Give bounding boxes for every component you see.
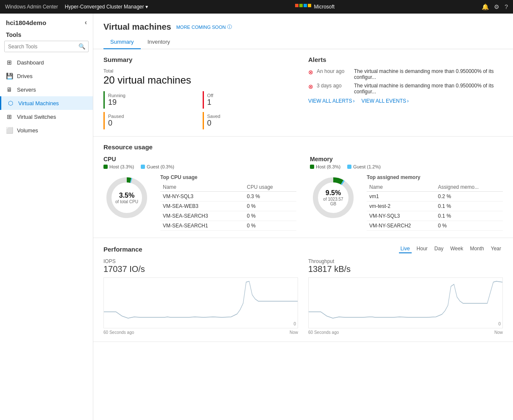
vm-stat-off: Off 1 — [203, 91, 298, 109]
sidebar-item-virtual-switches[interactable]: ⊞ Virtual Switches — [0, 110, 93, 123]
main-content: Virtual machines MORE COMING SOON ⓘ Summ… — [93, 14, 513, 420]
chevron-right-icon: › — [353, 98, 354, 104]
table-row: VM-NY-SQL30.1 % — [367, 211, 503, 221]
vm-stat-paused: Paused 0 — [103, 112, 199, 129]
sidebar-header: hci1804demo ‹ — [0, 14, 93, 30]
resource-usage-section: Resource usage CPU Host (3.3%) Guest (0.… — [93, 137, 513, 238]
memory-host-legend: Host (8.3%) — [310, 164, 340, 169]
table-row: VM-SEA-WEB30 % — [160, 202, 296, 211]
vm-stat-running: Running 19 — [103, 91, 199, 109]
servers-icon: 🖥 — [6, 86, 13, 93]
chart-start-iops: 60 Seconds ago — [103, 330, 134, 335]
vm-stat-running-value: 19 — [108, 98, 196, 107]
throughput-label: Throughput — [308, 258, 503, 264]
alert-item-1: ⊗ An hour ago The virtual machine is dem… — [308, 68, 503, 80]
iops-chart-axis: 60 Seconds ago Now — [103, 330, 298, 335]
memory-guest-label: Guest (1.2%) — [353, 164, 381, 169]
memory-title: Memory — [310, 156, 503, 162]
sidebar-collapse-button[interactable]: ‹ — [85, 19, 87, 26]
alerts-block: Alerts ⊗ An hour ago The virtual machine… — [308, 56, 503, 129]
main-tabs: Summary Inventory — [93, 35, 513, 49]
perf-tab-day[interactable]: Day — [433, 245, 445, 253]
switches-icon: ⊞ — [6, 113, 13, 120]
search-button[interactable]: 🔍 — [75, 41, 89, 52]
search-box: 🔍 — [4, 41, 89, 52]
perf-tab-live[interactable]: Live — [399, 245, 412, 253]
performance-section: Performance Live Hour Day Week Month Yea… — [93, 238, 513, 342]
notification-icon[interactable]: 🔔 — [482, 3, 489, 10]
cpu-guest-legend: Guest (0.3%) — [141, 164, 174, 169]
tab-inventory[interactable]: Inventory — [141, 35, 177, 49]
chart-end-iops: Now — [290, 330, 298, 335]
cpu-table-title: Top CPU usage — [160, 174, 296, 180]
summary-section: Summary Total 20 virtual machines Runnin… — [93, 49, 513, 137]
cpu-title: CPU — [103, 156, 296, 162]
table-row: VM-NY-SQL30.3 % — [160, 192, 296, 202]
cpu-content: 3.5% of total CPU Top CPU usage Name C — [103, 174, 296, 231]
sidebar-item-volumes[interactable]: ⬜ Volumes — [0, 123, 93, 137]
alert-time-1: An hour ago — [317, 68, 351, 74]
perf-tab-week[interactable]: Week — [449, 245, 465, 253]
sidebar-item-drives[interactable]: 💾 Drives — [0, 69, 93, 83]
view-all-alerts-label: VIEW ALL ALERTS — [308, 98, 352, 104]
cpu-block: CPU Host (3.3%) Guest (0.3%) — [103, 156, 296, 231]
alert-error-icon-1: ⊗ — [308, 69, 313, 76]
chart-start-throughput: 60 Seconds ago — [308, 330, 339, 335]
page-header: Virtual machines MORE COMING SOON ⓘ — [93, 14, 513, 32]
perf-tab-hour[interactable]: Hour — [415, 245, 429, 253]
search-input[interactable] — [5, 42, 75, 52]
cpu-col-name: Name — [160, 183, 244, 192]
iops-chart-block: IOPS 17037 IO/s 0 60 Seconds ago Now — [103, 258, 298, 335]
tab-summary[interactable]: Summary — [103, 35, 141, 49]
cpu-pct: 3.5% — [115, 192, 138, 199]
perf-tab-year[interactable]: Year — [489, 245, 503, 253]
sidebar-item-label: Dashboard — [17, 59, 44, 66]
summary-alerts-grid: Summary Total 20 virtual machines Runnin… — [103, 56, 503, 129]
chart-zero-iops: 0 — [293, 322, 296, 326]
vm-stat-running-label: Running — [108, 93, 196, 98]
help-icon[interactable]: ? — [505, 3, 508, 10]
perf-tab-month[interactable]: Month — [468, 245, 485, 253]
vm-stat-saved-value: 0 — [207, 119, 295, 128]
memory-guest-legend: Guest (1.2%) — [347, 164, 381, 169]
table-row: vm-test-20.1 % — [367, 202, 503, 211]
table-row: VM-NY-SEARCH20 % — [367, 221, 503, 231]
alert-links: VIEW ALL ALERTS › VIEW ALL EVENTS › — [308, 98, 503, 104]
vm-total-label: Total — [103, 68, 298, 73]
iops-label: IOPS — [103, 258, 298, 264]
table-row: VM-SEA-SEARCH10 % — [160, 221, 296, 231]
memory-guest-dot — [347, 165, 351, 169]
microsoft-logo — [295, 4, 311, 10]
view-all-events-label: VIEW ALL EVENTS — [361, 98, 406, 104]
mem-col-usage: Assigned memo... — [435, 183, 503, 192]
drives-icon: 💾 — [6, 73, 13, 79]
chevron-right-icon-2: › — [407, 98, 409, 104]
sidebar-item-label: Virtual Machines — [18, 100, 59, 106]
perf-time-tabs: Live Hour Day Week Month Year — [399, 245, 503, 253]
cpu-guest-label: Guest (0.3%) — [147, 164, 174, 169]
sidebar-item-dashboard[interactable]: ⊞ Dashboard — [0, 56, 93, 69]
resource-grid: CPU Host (3.3%) Guest (0.3%) — [103, 156, 503, 231]
cpu-donut: 3.5% of total CPU — [103, 174, 150, 221]
throughput-chart-block: Throughput 13817 kB/s 0 60 Seconds ago N… — [308, 258, 503, 335]
memory-content: 9.5% of 1023.57 GB Top assigned memory N… — [310, 174, 503, 231]
view-all-alerts-link[interactable]: VIEW ALL ALERTS › — [308, 98, 354, 104]
vm-icon: ⬡ — [7, 100, 14, 106]
memory-donut-label: 9.5% of 1023.57 GB — [322, 189, 345, 206]
more-coming-badge: MORE COMING SOON ⓘ — [176, 24, 232, 30]
view-all-events-link[interactable]: VIEW ALL EVENTS › — [361, 98, 409, 104]
vm-stats-grid: Running 19 Off 1 Paused 0 Saved — [103, 91, 298, 129]
chart-zero-throughput: 0 — [498, 322, 501, 326]
iops-value: 17037 IO/s — [103, 264, 298, 274]
vm-stat-paused-value: 0 — [108, 119, 196, 128]
brand-label: Microsoft — [314, 4, 335, 10]
sidebar-item-virtual-machines[interactable]: ⬡ Virtual Machines — [0, 96, 93, 110]
sidebar-item-servers[interactable]: 🖥 Servers — [0, 83, 93, 96]
cluster-manager[interactable]: Hyper-Converged Cluster Manager ▾ — [65, 4, 148, 10]
sidebar: hci1804demo ‹ Tools 🔍 ⊞ Dashboard 💾 Driv… — [0, 14, 93, 420]
memory-usage-table: Top assigned memory Name Assigned memo..… — [367, 174, 503, 231]
sidebar-item-label: Volumes — [17, 127, 38, 134]
memory-table: Name Assigned memo... vm10.2 % vm-test-2… — [367, 183, 503, 231]
settings-icon[interactable]: ⚙ — [494, 3, 499, 10]
cpu-donut-label: 3.5% of total CPU — [115, 192, 138, 204]
